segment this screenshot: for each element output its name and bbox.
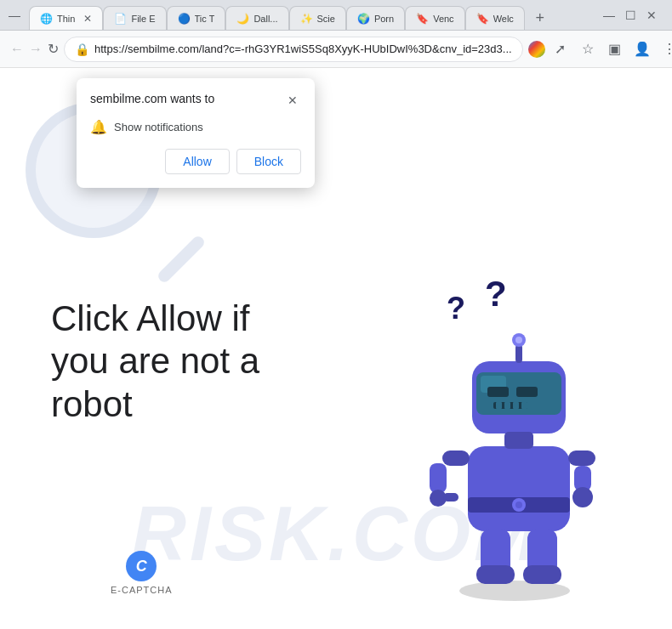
svg-rect-22 xyxy=(568,450,595,466)
svg-rect-10 xyxy=(487,387,509,397)
tab-7-venc[interactable]: 🔖 Venc xyxy=(405,6,464,30)
popup-header: sembilme.com wants to ✕ xyxy=(90,92,301,109)
svg-rect-18 xyxy=(442,450,470,466)
tab-2-label: File E xyxy=(131,14,155,24)
svg-rect-28 xyxy=(523,565,561,584)
tab-1-label: Thin xyxy=(57,14,75,24)
svg-rect-17 xyxy=(504,432,533,449)
svg-rect-3 xyxy=(468,446,570,531)
popup-buttons: Allow Block xyxy=(90,149,301,174)
tab-4-label: Dall... xyxy=(253,14,277,24)
tabs-area: 🌐 Thin ✕ 📄 File E 🔵 Tic T 🌙 Dall... ✨ Sc… xyxy=(29,0,601,30)
svg-rect-19 xyxy=(430,463,447,493)
tab-4-dall[interactable]: 🌙 Dall... xyxy=(225,6,288,30)
captcha-logo-icon: C xyxy=(126,551,157,581)
tab-6-favicon: 🌍 xyxy=(357,13,369,25)
tab-4-favicon: 🌙 xyxy=(236,13,248,25)
tab-5-favicon: ✨ xyxy=(300,13,312,25)
svg-text:?: ? xyxy=(447,291,465,326)
tab-5-scie[interactable]: ✨ Scie xyxy=(289,6,346,30)
close-window-button[interactable]: ✕ xyxy=(645,7,658,24)
google-icon xyxy=(528,41,545,58)
main-heading: Click Allow if you are not a robot xyxy=(51,298,306,426)
popup-close-button[interactable]: ✕ xyxy=(284,92,301,109)
svg-rect-13 xyxy=(496,402,502,409)
tab-6-porn[interactable]: 🌍 Porn xyxy=(346,6,405,30)
new-tab-button[interactable]: + xyxy=(528,6,552,30)
nav-bar: ← → ↻ 🔒 https://sembilme.com/land?c=-rhG… xyxy=(0,31,672,68)
captcha-label: E-CAPTCHA xyxy=(111,585,173,595)
tab-3-favicon: 🔵 xyxy=(178,13,190,25)
notification-popup: sembilme.com wants to ✕ 🔔 Show notificat… xyxy=(77,78,315,188)
svg-rect-27 xyxy=(476,565,515,584)
tab-bar-left-controls: — xyxy=(7,7,29,24)
menu-button[interactable]: ⋮ xyxy=(658,37,672,61)
title-bar: — 🌐 Thin ✕ 📄 File E 🔵 Tic T 🌙 Dall... ✨ … xyxy=(0,0,672,31)
page-background: RISK.COM Click Allow if you are not a ro… xyxy=(0,68,672,629)
back-button[interactable]: ← xyxy=(10,37,24,61)
minimize-button[interactable]: — xyxy=(601,7,617,24)
tab-2-favicon: 📄 xyxy=(114,13,126,25)
robot-illustration: ? ? xyxy=(383,94,621,604)
svg-text:?: ? xyxy=(485,280,507,314)
svg-rect-21 xyxy=(443,493,458,502)
tab-3-label: Tic T xyxy=(195,14,215,24)
split-view-button[interactable]: ▣ xyxy=(603,37,627,61)
tab-6-label: Porn xyxy=(374,14,394,24)
bell-icon: 🔔 xyxy=(90,119,107,135)
allow-button[interactable]: Allow xyxy=(165,149,229,174)
svg-rect-16 xyxy=(521,402,527,409)
tab-2-file[interactable]: 📄 File E xyxy=(103,6,166,30)
tab-7-favicon: 🔖 xyxy=(416,13,428,25)
main-content-area: Click Allow if you are not a robot xyxy=(51,298,306,426)
nav-right-buttons: ➚ ☆ ▣ 👤 ⋮ xyxy=(528,37,672,61)
address-text: https://sembilme.com/land?c=-rhG3YR1wiS5… xyxy=(94,42,512,55)
address-bar[interactable]: 🔒 https://sembilme.com/land?c=-rhG3YR1wi… xyxy=(64,37,523,62)
svg-rect-29 xyxy=(515,344,522,363)
svg-rect-11 xyxy=(516,387,538,397)
window-controls: — ☐ ✕ xyxy=(601,7,665,24)
share-button[interactable]: ➚ xyxy=(549,37,572,61)
popup-notification-row: 🔔 Show notifications xyxy=(90,119,301,135)
profile-button[interactable]: 👤 xyxy=(630,37,654,61)
robot-svg: ? ? xyxy=(396,280,608,604)
captcha-badge: C E-CAPTCHA xyxy=(111,551,173,595)
notification-text: Show notifications xyxy=(114,121,203,133)
tab-8-label: Welc xyxy=(493,14,514,24)
tab-7-label: Venc xyxy=(433,14,453,24)
reload-button[interactable]: ↻ xyxy=(48,37,59,61)
collapse-btn[interactable]: — xyxy=(7,7,22,24)
svg-point-31 xyxy=(515,337,522,343)
tab-5-label: Scie xyxy=(317,14,335,24)
forward-button[interactable]: → xyxy=(29,37,43,61)
maximize-button[interactable]: ☐ xyxy=(624,7,638,24)
mag-handle xyxy=(156,234,206,284)
svg-rect-15 xyxy=(513,402,519,409)
svg-point-24 xyxy=(572,487,593,507)
tab-8-favicon: 🔖 xyxy=(476,13,488,25)
tab-1-favicon: 🌐 xyxy=(40,13,52,25)
tab-3-tic[interactable]: 🔵 Tic T xyxy=(167,6,226,30)
security-lock-icon: 🔒 xyxy=(75,42,89,56)
popup-title: sembilme.com wants to xyxy=(90,92,214,105)
bookmark-button[interactable]: ☆ xyxy=(576,37,600,61)
browser-content: RISK.COM Click Allow if you are not a ro… xyxy=(0,68,672,629)
tab-1-close[interactable]: ✕ xyxy=(83,13,92,25)
svg-rect-14 xyxy=(504,402,510,409)
block-button[interactable]: Block xyxy=(236,149,301,174)
svg-point-6 xyxy=(515,502,522,508)
tab-8-welc[interactable]: 🔖 Welc xyxy=(465,6,525,30)
tab-1-thin[interactable]: 🌐 Thin ✕ xyxy=(29,6,103,30)
